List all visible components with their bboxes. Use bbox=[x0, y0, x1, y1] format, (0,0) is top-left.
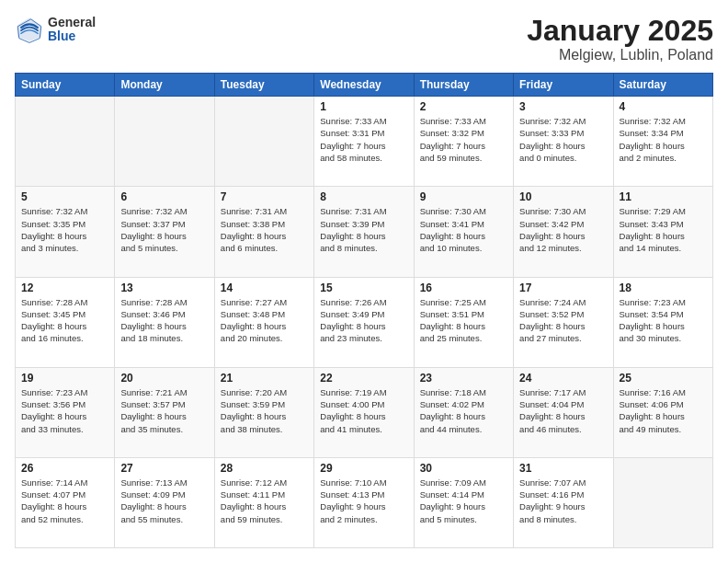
table-row: 9Sunrise: 7:30 AM Sunset: 3:41 PM Daylig… bbox=[414, 187, 513, 277]
day-number: 8 bbox=[320, 190, 407, 203]
day-info: Sunrise: 7:32 AM Sunset: 3:34 PM Dayligh… bbox=[620, 115, 707, 164]
day-number: 13 bbox=[120, 282, 208, 294]
table-row: 15Sunrise: 7:26 AM Sunset: 3:49 PM Dayli… bbox=[314, 277, 414, 367]
table-row: 25Sunrise: 7:16 AM Sunset: 4:06 PM Dayli… bbox=[613, 367, 712, 457]
header-friday: Friday bbox=[514, 74, 613, 97]
day-number: 22 bbox=[320, 372, 407, 385]
day-number: 6 bbox=[120, 190, 208, 203]
logo: General Blue bbox=[15, 15, 96, 44]
day-number: 1 bbox=[320, 100, 407, 113]
day-info: Sunrise: 7:24 AM Sunset: 3:52 PM Dayligh… bbox=[519, 296, 607, 345]
calendar-week-row: 1Sunrise: 7:33 AM Sunset: 3:31 PM Daylig… bbox=[16, 97, 713, 187]
table-row bbox=[16, 97, 115, 187]
day-info: Sunrise: 7:23 AM Sunset: 3:56 PM Dayligh… bbox=[21, 386, 108, 435]
day-info: Sunrise: 7:32 AM Sunset: 3:33 PM Dayligh… bbox=[519, 115, 607, 164]
table-row: 1Sunrise: 7:33 AM Sunset: 3:31 PM Daylig… bbox=[314, 97, 414, 187]
table-row: 11Sunrise: 7:29 AM Sunset: 3:43 PM Dayli… bbox=[613, 187, 712, 277]
day-number: 3 bbox=[519, 100, 607, 113]
table-row: 7Sunrise: 7:31 AM Sunset: 3:38 PM Daylig… bbox=[214, 187, 313, 277]
header-sunday: Sunday bbox=[16, 74, 115, 97]
day-info: Sunrise: 7:31 AM Sunset: 3:38 PM Dayligh… bbox=[221, 205, 308, 254]
table-row: 31Sunrise: 7:07 AM Sunset: 4:16 PM Dayli… bbox=[514, 457, 613, 547]
day-info: Sunrise: 7:28 AM Sunset: 3:46 PM Dayligh… bbox=[120, 296, 208, 345]
day-number: 27 bbox=[120, 462, 208, 475]
table-row: 4Sunrise: 7:32 AM Sunset: 3:34 PM Daylig… bbox=[613, 97, 712, 187]
table-row: 29Sunrise: 7:10 AM Sunset: 4:13 PM Dayli… bbox=[314, 457, 414, 547]
header-saturday: Saturday bbox=[613, 74, 712, 97]
day-info: Sunrise: 7:23 AM Sunset: 3:54 PM Dayligh… bbox=[620, 296, 707, 345]
day-number: 18 bbox=[620, 282, 707, 294]
table-row: 28Sunrise: 7:12 AM Sunset: 4:11 PM Dayli… bbox=[214, 457, 313, 547]
day-info: Sunrise: 7:10 AM Sunset: 4:13 PM Dayligh… bbox=[320, 477, 407, 525]
table-row: 8Sunrise: 7:31 AM Sunset: 3:39 PM Daylig… bbox=[314, 187, 414, 277]
header-thursday: Thursday bbox=[414, 74, 513, 97]
day-info: Sunrise: 7:27 AM Sunset: 3:48 PM Dayligh… bbox=[221, 296, 308, 345]
svg-marker-0 bbox=[17, 17, 41, 41]
day-info: Sunrise: 7:07 AM Sunset: 4:16 PM Dayligh… bbox=[519, 477, 607, 525]
weekday-header-row: Sunday Monday Tuesday Wednesday Thursday… bbox=[16, 74, 713, 97]
table-row: 20Sunrise: 7:21 AM Sunset: 3:57 PM Dayli… bbox=[115, 367, 214, 457]
title-block: January 2025 Melgiew, Lublin, Poland bbox=[527, 15, 713, 63]
day-info: Sunrise: 7:16 AM Sunset: 4:06 PM Dayligh… bbox=[620, 386, 707, 435]
table-row: 17Sunrise: 7:24 AM Sunset: 3:52 PM Dayli… bbox=[514, 277, 613, 367]
day-info: Sunrise: 7:32 AM Sunset: 3:35 PM Dayligh… bbox=[21, 205, 108, 254]
table-row: 23Sunrise: 7:18 AM Sunset: 4:02 PM Dayli… bbox=[414, 367, 513, 457]
day-number: 9 bbox=[420, 190, 507, 203]
table-row bbox=[613, 457, 712, 547]
day-number: 19 bbox=[21, 372, 108, 385]
day-info: Sunrise: 7:18 AM Sunset: 4:02 PM Dayligh… bbox=[420, 386, 507, 435]
day-number: 29 bbox=[320, 462, 407, 475]
day-info: Sunrise: 7:12 AM Sunset: 4:11 PM Dayligh… bbox=[221, 477, 308, 525]
day-info: Sunrise: 7:28 AM Sunset: 3:45 PM Dayligh… bbox=[21, 296, 108, 345]
day-info: Sunrise: 7:19 AM Sunset: 4:00 PM Dayligh… bbox=[320, 386, 407, 435]
day-number: 17 bbox=[519, 282, 607, 294]
day-number: 25 bbox=[620, 372, 707, 385]
table-row: 19Sunrise: 7:23 AM Sunset: 3:56 PM Dayli… bbox=[16, 367, 115, 457]
table-row: 5Sunrise: 7:32 AM Sunset: 3:35 PM Daylig… bbox=[16, 187, 115, 277]
day-info: Sunrise: 7:17 AM Sunset: 4:04 PM Dayligh… bbox=[519, 386, 607, 435]
calendar-subtitle: Melgiew, Lublin, Poland bbox=[527, 47, 713, 63]
day-number: 16 bbox=[420, 282, 507, 294]
day-info: Sunrise: 7:25 AM Sunset: 3:51 PM Dayligh… bbox=[420, 296, 507, 345]
table-row: 22Sunrise: 7:19 AM Sunset: 4:00 PM Dayli… bbox=[314, 367, 414, 457]
day-number: 26 bbox=[21, 462, 108, 475]
table-row: 26Sunrise: 7:14 AM Sunset: 4:07 PM Dayli… bbox=[16, 457, 115, 547]
table-row bbox=[115, 97, 214, 187]
calendar-title: January 2025 bbox=[527, 15, 713, 47]
header-tuesday: Tuesday bbox=[214, 74, 313, 97]
day-number: 2 bbox=[420, 100, 507, 113]
table-row: 24Sunrise: 7:17 AM Sunset: 4:04 PM Dayli… bbox=[514, 367, 613, 457]
calendar-week-row: 26Sunrise: 7:14 AM Sunset: 4:07 PM Dayli… bbox=[16, 457, 713, 547]
day-info: Sunrise: 7:32 AM Sunset: 3:37 PM Dayligh… bbox=[120, 205, 208, 254]
logo-text: General Blue bbox=[48, 16, 96, 44]
day-number: 7 bbox=[221, 190, 308, 203]
header: General Blue January 2025 Melgiew, Lubli… bbox=[15, 15, 713, 63]
day-info: Sunrise: 7:20 AM Sunset: 3:59 PM Dayligh… bbox=[221, 386, 308, 435]
table-row bbox=[214, 97, 313, 187]
day-number: 14 bbox=[221, 282, 308, 294]
day-number: 5 bbox=[21, 190, 108, 203]
table-row: 30Sunrise: 7:09 AM Sunset: 4:14 PM Dayli… bbox=[414, 457, 513, 547]
table-row: 18Sunrise: 7:23 AM Sunset: 3:54 PM Dayli… bbox=[613, 277, 712, 367]
table-row: 12Sunrise: 7:28 AM Sunset: 3:45 PM Dayli… bbox=[16, 277, 115, 367]
table-row: 2Sunrise: 7:33 AM Sunset: 3:32 PM Daylig… bbox=[414, 97, 513, 187]
day-number: 28 bbox=[221, 462, 308, 475]
day-number: 10 bbox=[519, 190, 607, 203]
table-row: 16Sunrise: 7:25 AM Sunset: 3:51 PM Dayli… bbox=[414, 277, 513, 367]
day-number: 11 bbox=[620, 190, 707, 203]
day-info: Sunrise: 7:09 AM Sunset: 4:14 PM Dayligh… bbox=[420, 477, 507, 525]
day-number: 24 bbox=[519, 372, 607, 385]
table-row: 6Sunrise: 7:32 AM Sunset: 3:37 PM Daylig… bbox=[115, 187, 214, 277]
day-info: Sunrise: 7:30 AM Sunset: 3:42 PM Dayligh… bbox=[519, 205, 607, 254]
calendar-week-row: 12Sunrise: 7:28 AM Sunset: 3:45 PM Dayli… bbox=[16, 277, 713, 367]
calendar-week-row: 19Sunrise: 7:23 AM Sunset: 3:56 PM Dayli… bbox=[16, 367, 713, 457]
day-number: 30 bbox=[420, 462, 507, 475]
day-info: Sunrise: 7:21 AM Sunset: 3:57 PM Dayligh… bbox=[120, 386, 208, 435]
day-info: Sunrise: 7:14 AM Sunset: 4:07 PM Dayligh… bbox=[21, 477, 108, 525]
logo-icon bbox=[15, 15, 44, 44]
day-number: 4 bbox=[620, 100, 707, 113]
header-monday: Monday bbox=[115, 74, 214, 97]
day-info: Sunrise: 7:33 AM Sunset: 3:31 PM Dayligh… bbox=[320, 115, 407, 164]
logo-general-text: General bbox=[48, 16, 96, 29]
day-info: Sunrise: 7:29 AM Sunset: 3:43 PM Dayligh… bbox=[620, 205, 707, 254]
